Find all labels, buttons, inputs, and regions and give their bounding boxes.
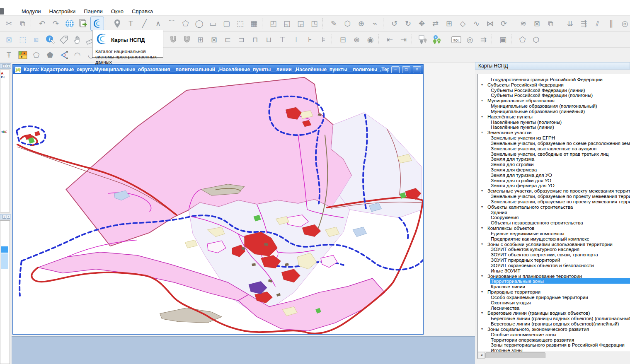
tree-expand-arrow[interactable]: ▾ [481, 189, 487, 193]
map-canvas[interactable] [13, 74, 423, 334]
tree-item[interactable]: ▾Объекты капитального строительства [478, 204, 630, 210]
tree-expand-arrow[interactable]: ▾ [481, 311, 487, 315]
align-right-icon[interactable]: ⊐ [235, 33, 248, 46]
profile-icon[interactable]: ≋ [517, 17, 530, 30]
link-icon[interactable]: ⌁ [368, 17, 381, 30]
table-properties-icon[interactable]: ⊟ [337, 33, 349, 46]
line-style-icon[interactable]: ◱ [281, 17, 293, 30]
tree-item[interactable]: Государственная граница Российской Федер… [478, 77, 630, 82]
rotate-ccw-icon[interactable]: ↺ [388, 17, 401, 30]
tree-item[interactable]: ▾Субъекты Российской Федерации [478, 82, 630, 87]
add-table-icon[interactable]: ▦ [247, 17, 260, 30]
rotate-cw-icon[interactable]: ↻ [402, 17, 414, 30]
rows-delete-icon[interactable]: ⇥ [397, 33, 410, 46]
export-table-icon[interactable]: ⇉ [477, 33, 490, 46]
nspd-panel-header[interactable]: Карты НСПД [475, 62, 630, 70]
pan-hand-icon[interactable] [71, 33, 84, 46]
buffer-icon[interactable]: ◇ [456, 17, 469, 30]
mirror-parallel-icon[interactable]: ∥ [605, 17, 618, 30]
arrange-icon[interactable]: ⊧ [317, 33, 330, 46]
select-delete-icon[interactable]: ⊠ [2, 33, 15, 46]
flip-icon[interactable]: ⇄ [429, 17, 442, 30]
copy-object-icon[interactable]: ⧉ [544, 17, 557, 30]
tree-item[interactable]: Муниципальные образования (линейный) [478, 108, 630, 114]
grid-remove-icon[interactable]: ⊠ [208, 33, 220, 46]
distribute-icon[interactable]: ⊔ [262, 33, 275, 46]
tree-item[interactable]: Земельные участки, выставленные на аукци… [478, 146, 630, 151]
add-rounded-rectangle-icon[interactable]: ▢ [220, 17, 233, 30]
dock-list-bottom[interactable] [0, 220, 10, 364]
add-rectangle-icon[interactable]: ▭ [206, 17, 219, 30]
scroll-thumb[interactable] [485, 352, 545, 358]
menu-окно[interactable]: Окно [107, 8, 128, 15]
tree-item[interactable]: Земля для туризма [478, 156, 630, 162]
scroll-left-arrow[interactable]: ◄ [478, 352, 485, 359]
tree-item[interactable]: Единые недвижимые комплексы [478, 231, 630, 236]
add-arc-icon[interactable]: ⌒ [165, 17, 178, 30]
menu-панели[interactable]: Панели [80, 8, 107, 15]
tree-item[interactable]: Объекты незавершенного строительства [478, 220, 630, 225]
tree-expand-arrow[interactable]: ▾ [481, 205, 487, 209]
tree-item[interactable]: Субъекты Российской Федерации (линии) [478, 87, 630, 93]
tree-horizontal-scrollbar[interactable]: ◄ [478, 352, 630, 359]
undo-icon[interactable]: ↶ [36, 17, 48, 30]
minimize-button[interactable]: – [391, 66, 400, 73]
image-frame-icon[interactable]: ▣ [497, 33, 509, 46]
add-part-icon[interactable]: ⊞ [443, 17, 456, 30]
tree-item[interactable]: Земля для фермера [478, 167, 630, 172]
tree-item[interactable]: Земельные участки, образуемые по проекту… [478, 193, 630, 199]
smooth-curve-icon[interactable]: ∿ [470, 17, 483, 30]
maximize-button[interactable]: □ [402, 66, 410, 73]
grid-magnet-icon[interactable] [167, 33, 179, 46]
dock-help-button[interactable]: ? [2, 64, 6, 68]
tree-item[interactable]: ▾Зоны социального, экономического развит… [478, 326, 630, 332]
nspd-catalog-icon[interactable] [90, 17, 104, 31]
tree-item[interactable]: ЗОУИТ объектов энергетики, связи, трансп… [478, 252, 630, 257]
polygon-outline-icon[interactable]: ⬠ [30, 48, 43, 62]
tree-item[interactable]: Земля для стройки для УО [478, 178, 630, 183]
tree-item[interactable]: ЗОУИТ объектов культурного наследия [478, 247, 630, 252]
select-cells-icon[interactable]: ⬚ [16, 33, 29, 46]
tree-item[interactable]: ▾Природные территории [478, 289, 630, 294]
tree-expand-arrow[interactable]: ▾ [481, 327, 487, 331]
tree-item[interactable]: ▾Земельные участки [478, 130, 630, 135]
tree-item[interactable]: ▾Муниципальные образования [478, 98, 630, 103]
tree-expand-arrow[interactable]: ▾ [481, 274, 487, 278]
close-button[interactable]: × [413, 66, 421, 73]
paste-multi-icon[interactable]: ⇶ [577, 17, 590, 30]
shape-overlay-icon[interactable]: ⬠ [516, 33, 529, 46]
sort-alphabetical-icon[interactable]: А В↓ [1, 72, 9, 81]
menu-модули[interactable]: Модули [17, 8, 45, 15]
tree-item[interactable]: Береговые линии (границы водных объектов… [478, 316, 630, 321]
zoom-table-icon[interactable]: ◎ [463, 33, 476, 46]
map-window-titlebar[interactable]: Карта: Кадастровые_округа,Муниципальные_… [13, 65, 423, 74]
tree-item[interactable]: Предприятие как имущественный комплекс [478, 236, 630, 241]
align-hcenter-icon[interactable]: ⊓ [249, 33, 262, 46]
add-line-icon[interactable]: ╱ [138, 17, 151, 30]
tree-item[interactable]: Здания [478, 210, 630, 215]
add-node-icon[interactable]: ⊕ [355, 17, 368, 30]
tree-item[interactable]: Красные линии [478, 284, 630, 289]
tree-item[interactable]: Земельные участки из ЕГРН [478, 135, 630, 140]
dock2-close-button[interactable]: × [7, 215, 10, 219]
tree-item[interactable]: Сооружения [478, 215, 630, 220]
redo-icon[interactable]: ↷ [49, 17, 62, 30]
move-object-icon[interactable]: ✥ [415, 17, 428, 30]
polygon-style-icon[interactable]: ◲ [294, 17, 307, 30]
tree-item[interactable]: ▾Земельные участки, образуемые по проект… [478, 188, 630, 193]
tree-expand-arrow[interactable]: ▾ [481, 226, 487, 230]
geotags-color-icon[interactable] [430, 33, 443, 46]
placemark-style-icon[interactable]: ◰ [267, 17, 280, 30]
rotate-selection-icon[interactable]: ⟳ [497, 17, 510, 30]
edit-nodes-icon[interactable]: ⬡ [341, 17, 354, 30]
clip-delete-icon[interactable]: ⊠ [531, 17, 543, 30]
tree-item[interactable]: Земельные участки, образуемые по схеме р… [478, 140, 630, 146]
tree-item[interactable]: Муниципальные образования (полигональный… [478, 103, 630, 108]
add-placemark-icon[interactable] [111, 17, 124, 30]
label-tag-icon[interactable] [57, 33, 70, 46]
zoom-frame-icon[interactable]: ◉ [364, 33, 377, 46]
add-polyline-icon[interactable]: ∧ [152, 17, 165, 30]
align-top-icon[interactable]: ⊤ [276, 33, 289, 46]
tree-expand-arrow[interactable]: ▾ [481, 99, 487, 102]
grid-add-icon[interactable]: ⊞ [194, 33, 207, 46]
